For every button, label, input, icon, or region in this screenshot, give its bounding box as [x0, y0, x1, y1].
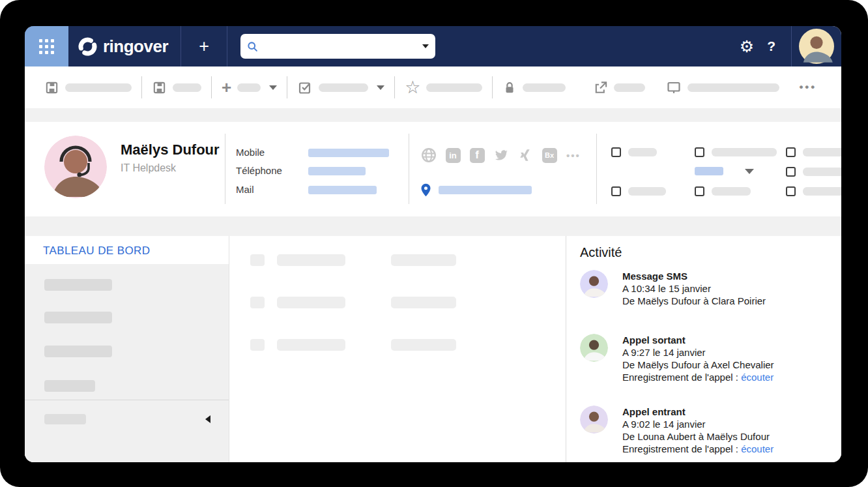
- dropdown-placeholder-row: [695, 167, 754, 175]
- linkedin-icon[interactable]: in: [444, 147, 461, 164]
- topbar-divider: [227, 26, 227, 66]
- field-label-mobile: Mobile: [236, 147, 265, 158]
- facebook-icon[interactable]: f: [469, 147, 485, 164]
- toolbar-task-group[interactable]: [297, 80, 384, 95]
- activity-parties: De Maëlys Dufour à Axel Chevalier: [622, 359, 774, 371]
- bx-icon[interactable]: Bx: [541, 147, 558, 164]
- contact-role: IT Helpdesk: [121, 162, 176, 174]
- search-dropdown-caret[interactable]: [422, 44, 429, 48]
- placeholder-bar: [523, 83, 566, 92]
- checkbox[interactable]: [695, 147, 704, 157]
- listen-recording-link[interactable]: écouter: [741, 372, 774, 383]
- sidebar-item-placeholder[interactable]: [44, 279, 112, 291]
- sidebar-item-placeholder[interactable]: [44, 380, 95, 392]
- checkbox[interactable]: [786, 186, 796, 196]
- activity-recording: Enregistrement de l'appel : écouter: [622, 371, 774, 383]
- telephone-value-placeholder[interactable]: [308, 167, 366, 175]
- toolbar-save-group[interactable]: [44, 80, 132, 95]
- ellipsis-icon: •••: [799, 81, 817, 94]
- toolbar-save-small-group[interactable]: [152, 80, 201, 95]
- activity-avatar: [580, 334, 608, 362]
- more-social-icon[interactable]: •••: [565, 147, 582, 164]
- toolbar-screen-group[interactable]: [666, 80, 779, 95]
- topbar-right: ⚙ ?: [740, 26, 841, 66]
- search-input[interactable]: [263, 41, 417, 52]
- sidebar-title-dashboard[interactable]: TABLEAU DE BORD: [25, 236, 229, 264]
- add-button[interactable]: +: [181, 27, 227, 66]
- row-icon-placeholder: [250, 297, 265, 308]
- address-value-placeholder[interactable]: [439, 186, 532, 194]
- share-icon: [593, 80, 608, 95]
- dropdown-value-placeholder[interactable]: [695, 167, 723, 175]
- activity-text: Message SMS A 10:34 le 15 janvier De Maë…: [622, 270, 766, 307]
- toolbar-divider: [394, 76, 395, 98]
- activity-avatar: [580, 406, 608, 434]
- sidebar-collapse-icon[interactable]: [205, 415, 210, 423]
- help-button[interactable]: ?: [767, 38, 775, 54]
- placeholder-bar: [803, 148, 841, 156]
- checkbox[interactable]: [695, 186, 704, 196]
- toolbar-more-button[interactable]: •••: [799, 81, 817, 94]
- checkbox[interactable]: [786, 147, 796, 157]
- toolbar-divider: [211, 76, 212, 98]
- activity-type: Message SMS: [622, 270, 766, 282]
- recording-label: Enregistrement de l'appel :: [622, 443, 741, 454]
- sidebar-item-placeholder[interactable]: [44, 312, 112, 323]
- toolbar-divider: [287, 76, 287, 98]
- main-panel: Activité Message SMS: [229, 236, 841, 462]
- contact-header: Maëlys Dufour IT Helpdesk Mobile Télépho…: [25, 122, 841, 216]
- toolbar-lock-group[interactable]: [502, 80, 566, 95]
- row-icon-placeholder: [250, 254, 265, 266]
- chevron-down-icon[interactable]: [377, 85, 384, 90]
- search-icon: [247, 41, 258, 52]
- placeholder-bar: [712, 187, 751, 196]
- chevron-down-icon[interactable]: [269, 85, 277, 90]
- contact-avatar-image: [44, 136, 107, 198]
- section-gap: [25, 108, 841, 122]
- mobile-value-placeholder[interactable]: [308, 149, 389, 157]
- activity-item-outbound-call: Appel sortant A 9:27 le 14 janvier De Ma…: [580, 334, 835, 383]
- field-label-mail: Mail: [236, 184, 254, 195]
- search-box[interactable]: [240, 34, 435, 59]
- placeholder-bar: [614, 83, 645, 92]
- checkbox[interactable]: [611, 147, 621, 157]
- twitter-icon[interactable]: [493, 147, 510, 164]
- placeholder-bar: [712, 148, 777, 156]
- activity-time: A 10:34 le 15 janvier: [622, 282, 766, 295]
- activity-panel: Activité Message SMS: [566, 236, 841, 462]
- social-links-row: in f: [420, 147, 582, 164]
- add-icon: +: [222, 81, 231, 94]
- recording-label: Enregistrement de l'appel :: [622, 372, 741, 383]
- activity-parties: De Louna Aubert à Maëlys Dufour: [622, 430, 774, 443]
- record-toolbar: + ☆: [25, 66, 841, 108]
- checkbox[interactable]: [611, 186, 621, 196]
- website-globe-icon[interactable]: [420, 147, 437, 164]
- ringover-logo: ringover: [78, 37, 168, 57]
- option-checkbox-row: [611, 147, 657, 157]
- listen-recording-link[interactable]: écouter: [741, 443, 774, 454]
- xing-icon[interactable]: [517, 147, 534, 164]
- toolbar-add-group[interactable]: +: [222, 81, 277, 94]
- checkbox[interactable]: [786, 167, 796, 177]
- sidebar-item-placeholder[interactable]: [44, 346, 112, 357]
- row-placeholder-bar: [391, 254, 456, 266]
- contact-divider: [225, 134, 225, 204]
- sidebar: TABLEAU DE BORD: [25, 236, 229, 462]
- activity-avatar: [580, 270, 608, 298]
- monitor-icon: [666, 80, 682, 95]
- user-avatar[interactable]: [792, 26, 841, 66]
- chevron-down-icon[interactable]: [745, 169, 754, 174]
- sidebar-footer-placeholder[interactable]: [44, 414, 86, 424]
- user-avatar-image: [799, 29, 834, 64]
- toolbar-divider: [141, 76, 142, 98]
- lock-icon: [502, 80, 517, 95]
- settings-gear-icon[interactable]: ⚙: [740, 37, 754, 56]
- screenshot-stage: ringover + ⚙ ?: [0, 0, 868, 487]
- option-checkbox-row: [695, 147, 777, 157]
- app-launcher-button[interactable]: [25, 26, 68, 66]
- toolbar-favorite-group[interactable]: ☆: [405, 79, 482, 96]
- mail-value-placeholder[interactable]: [308, 186, 377, 194]
- toolbar-share-group[interactable]: [593, 80, 645, 95]
- placeholder-bar: [628, 148, 657, 156]
- location-pin-icon: [420, 183, 431, 197]
